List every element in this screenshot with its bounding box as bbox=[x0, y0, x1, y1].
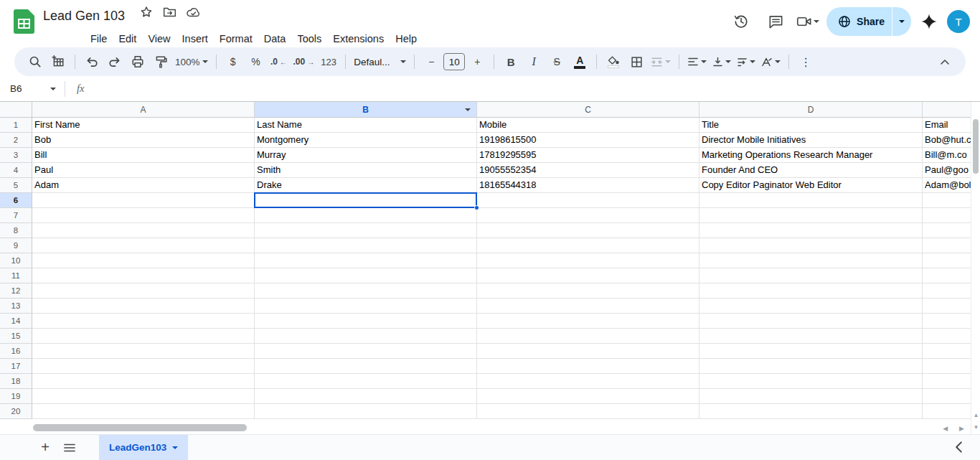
column-header-C[interactable]: C bbox=[477, 102, 699, 118]
italic-button[interactable]: I bbox=[523, 51, 545, 72]
menu-view[interactable]: View bbox=[142, 32, 176, 46]
cell-A19[interactable] bbox=[32, 389, 255, 404]
vertical-scrollbar-thumb[interactable] bbox=[973, 119, 979, 174]
cell-B17[interactable] bbox=[255, 359, 477, 374]
menu-edit[interactable]: Edit bbox=[113, 32, 142, 46]
format-currency-button[interactable]: $ bbox=[222, 51, 244, 72]
cell-A5[interactable]: Adam bbox=[32, 178, 255, 193]
cell-C6[interactable] bbox=[477, 193, 699, 208]
cell-C19[interactable] bbox=[477, 389, 699, 404]
open-side-panel-chevron[interactable] bbox=[955, 441, 963, 454]
cell-A15[interactable] bbox=[32, 329, 255, 344]
cell-D10[interactable] bbox=[699, 253, 923, 268]
selected-cell-outline[interactable] bbox=[254, 192, 477, 208]
cell-B20[interactable] bbox=[255, 404, 477, 419]
print-button[interactable] bbox=[127, 51, 149, 72]
cell-C8[interactable] bbox=[477, 223, 699, 238]
cell-B4[interactable]: Smith bbox=[255, 163, 477, 178]
column-header-A[interactable]: A bbox=[32, 102, 255, 118]
cell-C18[interactable] bbox=[477, 374, 699, 389]
cell-D19[interactable] bbox=[699, 389, 923, 404]
cell-D17[interactable] bbox=[699, 359, 923, 374]
name-box[interactable]: B6 bbox=[0, 83, 62, 94]
row-header-4[interactable]: 4 bbox=[0, 163, 32, 178]
menu-file[interactable]: File bbox=[85, 32, 113, 46]
row-header-7[interactable]: 7 bbox=[0, 208, 32, 223]
menu-help[interactable]: Help bbox=[390, 32, 423, 46]
cell-A14[interactable] bbox=[32, 314, 255, 329]
menu-insert[interactable]: Insert bbox=[176, 32, 214, 46]
paint-format-button[interactable] bbox=[150, 51, 171, 72]
cell-B15[interactable] bbox=[255, 329, 477, 344]
strikethrough-button[interactable]: S bbox=[546, 51, 567, 72]
cell-C7[interactable] bbox=[477, 208, 699, 223]
cell-B9[interactable] bbox=[255, 238, 477, 253]
cell-C4[interactable]: 19055552354 bbox=[477, 163, 699, 178]
cell-C12[interactable] bbox=[477, 283, 699, 299]
cell-A9[interactable] bbox=[32, 238, 255, 253]
horizontal-scrollbar-thumb[interactable] bbox=[33, 424, 247, 431]
add-sheet-button[interactable]: + bbox=[33, 437, 57, 459]
cell-D16[interactable] bbox=[699, 344, 923, 359]
cell-C17[interactable] bbox=[477, 359, 699, 374]
cell-A16[interactable] bbox=[32, 344, 255, 359]
cell-B1[interactable]: Last Name bbox=[255, 118, 477, 133]
row-header-3[interactable]: 3 bbox=[0, 148, 32, 163]
cell-B18[interactable] bbox=[255, 374, 477, 389]
version-history-icon[interactable] bbox=[727, 8, 755, 35]
cell-D14[interactable] bbox=[699, 314, 923, 329]
row-header-5[interactable]: 5 bbox=[0, 178, 32, 193]
cell-D20[interactable] bbox=[699, 404, 923, 419]
menu-tools[interactable]: Tools bbox=[291, 32, 327, 46]
cell-A20[interactable] bbox=[32, 404, 255, 419]
cell-C20[interactable] bbox=[477, 404, 699, 419]
cell-B13[interactable] bbox=[255, 299, 477, 314]
vertical-align-button[interactable] bbox=[710, 51, 733, 72]
comments-icon[interactable] bbox=[762, 8, 789, 35]
cell-D18[interactable] bbox=[699, 374, 923, 389]
row-header-18[interactable]: 18 bbox=[0, 374, 32, 389]
decrease-decimal-button[interactable]: .0← bbox=[268, 51, 290, 72]
cell-A3[interactable]: Bill bbox=[32, 148, 255, 163]
row-header-9[interactable]: 9 bbox=[0, 238, 32, 253]
text-rotation-button[interactable] bbox=[759, 51, 783, 72]
undo-button[interactable] bbox=[81, 51, 103, 72]
cell-B12[interactable] bbox=[255, 283, 477, 299]
menu-extensions[interactable]: Extensions bbox=[327, 32, 390, 46]
share-dropdown[interactable] bbox=[892, 7, 911, 36]
share-button-main[interactable]: Share bbox=[826, 7, 892, 36]
cell-C9[interactable] bbox=[477, 238, 699, 253]
cell-C15[interactable] bbox=[477, 329, 699, 344]
cell-A12[interactable] bbox=[32, 283, 255, 299]
cell-A1[interactable]: First Name bbox=[32, 118, 255, 133]
scroll-left-arrow[interactable]: ◀ bbox=[943, 425, 948, 432]
cell-D7[interactable] bbox=[699, 208, 923, 223]
cell-A18[interactable] bbox=[32, 374, 255, 389]
row-header-12[interactable]: 12 bbox=[0, 283, 32, 299]
move-folder-icon[interactable] bbox=[163, 6, 176, 19]
cell-C2[interactable]: 19198615500 bbox=[477, 133, 699, 148]
bold-button[interactable]: B bbox=[500, 51, 522, 72]
merge-cells-button[interactable] bbox=[649, 51, 673, 72]
cell-A17[interactable] bbox=[32, 359, 255, 374]
row-header-15[interactable]: 15 bbox=[0, 329, 32, 344]
row-header-17[interactable]: 17 bbox=[0, 359, 32, 374]
text-color-button[interactable]: A bbox=[569, 51, 590, 72]
insert-table-icon[interactable] bbox=[47, 51, 69, 72]
cell-D9[interactable] bbox=[699, 238, 923, 253]
row-header-11[interactable]: 11 bbox=[0, 268, 32, 283]
cell-D12[interactable] bbox=[699, 283, 923, 299]
cell-A4[interactable]: Paul bbox=[32, 163, 255, 178]
cell-A8[interactable] bbox=[32, 223, 255, 238]
column-header-D[interactable]: D bbox=[699, 102, 923, 118]
share-button[interactable]: Share bbox=[826, 7, 911, 36]
row-header-8[interactable]: 8 bbox=[0, 223, 32, 238]
cell-B5[interactable]: Drake bbox=[255, 178, 477, 193]
row-header-6[interactable]: 6 bbox=[0, 193, 32, 208]
column-dropdown-caret[interactable] bbox=[465, 108, 471, 111]
menu-format[interactable]: Format bbox=[214, 32, 258, 46]
row-header-13[interactable]: 13 bbox=[0, 299, 32, 314]
cell-D1[interactable]: Title bbox=[699, 118, 923, 133]
fill-color-button[interactable] bbox=[603, 51, 624, 72]
redo-button[interactable] bbox=[104, 51, 126, 72]
